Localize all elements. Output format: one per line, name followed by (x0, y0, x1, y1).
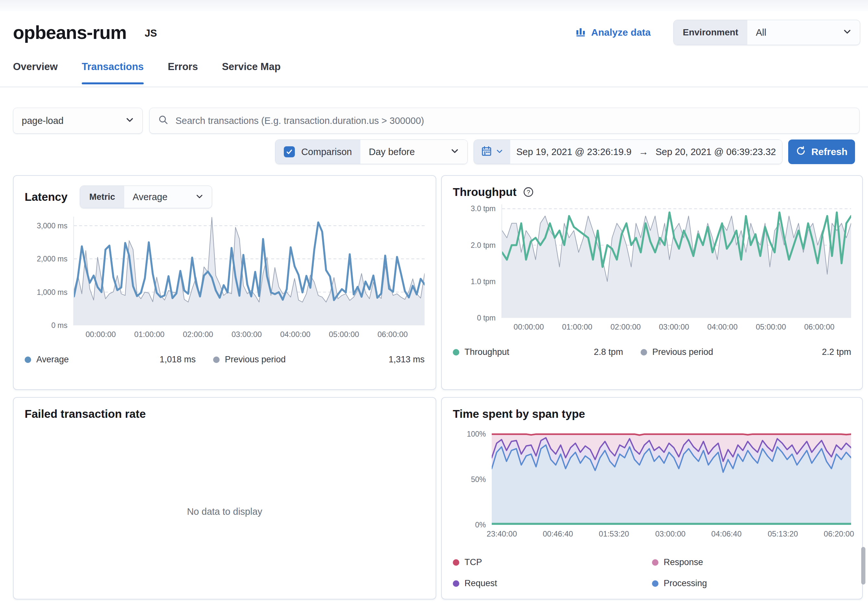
time-controls: Comparison Day before Sep 19, 2021 @ 23:… (275, 139, 855, 164)
latency-metric-select[interactable]: Metric Average (80, 186, 212, 208)
comparison-period-value: Day before (369, 147, 415, 157)
throughput-chart-svg (502, 204, 851, 318)
x-tick-label: 06:20:00 (824, 530, 854, 539)
legend-label: Previous period (652, 347, 713, 357)
y-tick-label: 100% (467, 430, 486, 438)
y-tick-label: 2.0 tpm (471, 241, 496, 249)
search-icon (158, 115, 168, 127)
x-tick-label: 03:00:00 (659, 322, 689, 331)
comparison-period-select[interactable]: Day before (360, 140, 467, 164)
legend-value: 1,313 ms (389, 355, 425, 365)
help-icon[interactable]: ? (523, 186, 534, 198)
legend-item-average[interactable]: Average 1,018 ms (25, 355, 209, 365)
legend-label: Previous period (225, 355, 286, 365)
x-tick-label: 02:00:00 (183, 330, 213, 339)
span-chart-svg (492, 431, 851, 525)
x-tick-label: 04:00:00 (280, 330, 310, 339)
series-dot (652, 580, 659, 587)
latency-chart-plot[interactable] (73, 217, 425, 325)
failed-transaction-rate-panel: Failed transaction rate No data to displ… (13, 397, 436, 599)
comparison-checkbox[interactable] (284, 146, 295, 157)
metric-value: Average (133, 192, 168, 203)
series-dot (453, 349, 459, 356)
comparison-label: Comparison (301, 147, 352, 157)
tab-transactions[interactable]: Transactions (82, 61, 144, 84)
environment-select-label: Environment (674, 20, 747, 45)
span-y-axis: 100%50%0% (453, 431, 492, 525)
series-dot (453, 580, 459, 587)
comparison-control: Comparison Day before (275, 139, 468, 164)
x-tick-label: 05:00:00 (329, 330, 359, 339)
legend-label: TCP (465, 557, 482, 567)
legend-item-response[interactable]: Response (652, 557, 851, 567)
throughput-chart-plot[interactable] (501, 204, 851, 318)
transaction-type-select[interactable]: page-load (13, 108, 143, 134)
failed-rate-title: Failed transaction rate (25, 407, 425, 420)
x-tick-label: 01:00:00 (562, 322, 592, 331)
x-tick-label: 06:00:00 (804, 322, 834, 331)
x-tick-label: 06:00:00 (378, 330, 408, 339)
legend-label: Processing (663, 578, 707, 589)
quick-select-button[interactable] (474, 140, 510, 164)
series-tcp (492, 434, 851, 435)
legend-item-processing[interactable]: Processing (652, 578, 851, 589)
series-dot (453, 559, 459, 566)
latency-legend: Average 1,018 ms Previous period 1,313 m… (25, 355, 425, 365)
y-tick-label: 1.0 tpm (471, 277, 496, 286)
y-tick-label: 50% (471, 475, 486, 484)
y-tick-label: 3,000 ms (37, 221, 67, 230)
x-tick-label: 02:00:00 (611, 322, 641, 331)
analyze-data-label: Analyze data (591, 27, 651, 38)
series-dot (25, 356, 31, 363)
chevron-down-icon (451, 147, 459, 157)
series-dot (213, 356, 220, 363)
service-tabs: Overview Transactions Errors Service Map (13, 61, 281, 84)
tab-overview[interactable]: Overview (13, 61, 58, 84)
page-scrollbar-thumb[interactable] (861, 547, 865, 585)
legend-item-throughput[interactable]: Throughput 2.8 tpm (453, 347, 636, 357)
chevron-down-icon (496, 147, 503, 156)
page-title: opbeans-rum (13, 22, 127, 43)
throughput-x-axis: 00:00:0001:00:0002:00:0003:00:0004:00:00… (453, 322, 851, 338)
legend-item-tcp[interactable]: TCP (453, 557, 652, 567)
y-tick-label: 3.0 tpm (471, 204, 496, 213)
throughput-panel: Throughput ? 3.0 tpm2.0 tpm1.0 tpm0 tpm … (441, 175, 863, 390)
date-range-picker: Sep 19, 2021 @ 23:26:19.9 → Sep 20, 2021… (474, 139, 782, 164)
refresh-icon (796, 146, 806, 158)
date-start[interactable]: Sep 19, 2021 @ 23:26:19.9 (516, 147, 632, 157)
legend-label: Average (36, 355, 69, 365)
legend-item-previous-period[interactable]: Previous period 1,313 ms (209, 355, 425, 365)
x-tick-label: 03:00:00 (232, 330, 262, 339)
series-dot (652, 559, 659, 566)
throughput-title: Throughput (453, 186, 516, 198)
metric-label: Metric (80, 186, 124, 208)
tabs-divider (0, 87, 868, 87)
x-tick-label: 01:53:20 (599, 530, 629, 539)
environment-select[interactable]: Environment All (673, 20, 860, 45)
agent-badge: JS (145, 28, 157, 39)
chevron-down-icon (843, 27, 851, 38)
service-header: opbeans-rum JS Analyze data Environment … (13, 17, 860, 48)
legend-value: 1,018 ms (160, 355, 195, 365)
latency-chart-svg (74, 217, 425, 325)
no-data-message: No data to display (14, 506, 436, 517)
filter-bar: page-load Search transactions (E.g. tran… (13, 108, 860, 134)
refresh-button[interactable]: Refresh (788, 139, 855, 164)
legend-item-request[interactable]: Request (453, 578, 652, 589)
analyze-data-link[interactable]: Analyze data (576, 26, 651, 39)
search-transactions-input[interactable]: Search transactions (E.g. transaction.du… (149, 108, 860, 134)
date-end[interactable]: Sep 20, 2021 @ 06:39:23.32 (656, 147, 776, 157)
x-tick-label: 04:00:00 (707, 322, 738, 331)
span-type-title: Time spent by span type (453, 407, 851, 420)
tab-service-map[interactable]: Service Map (222, 61, 281, 84)
legend-value: 2.8 tpm (594, 347, 623, 357)
legend-label: Throughput (465, 347, 509, 357)
environment-select-value: All (756, 27, 766, 38)
y-tick-label: 1,000 ms (37, 288, 67, 296)
y-tick-label: 0% (475, 520, 486, 530)
span-chart-plot[interactable] (492, 431, 851, 525)
x-tick-label: 23:40:00 (487, 530, 517, 539)
legend-item-previous-period[interactable]: Previous period 2.2 tpm (636, 347, 851, 357)
arrow-right-icon: → (639, 146, 648, 157)
tab-errors[interactable]: Errors (168, 61, 198, 84)
